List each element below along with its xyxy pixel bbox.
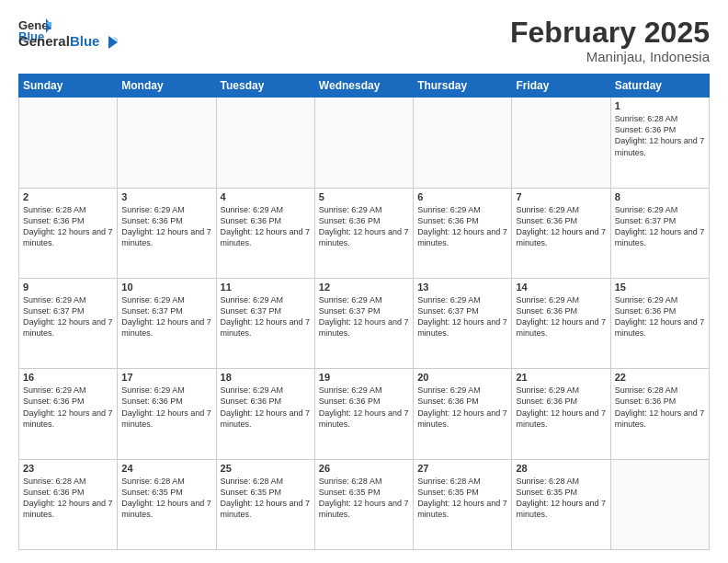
cell-details: Sunrise: 6:28 AMSunset: 6:36 PMDaylight:… [615, 113, 705, 158]
cell-details: Sunrise: 6:29 AMSunset: 6:37 PMDaylight:… [615, 204, 705, 249]
calendar-cell: 17Sunrise: 6:29 AMSunset: 6:36 PMDayligh… [118, 369, 216, 459]
calendar-cell: 15Sunrise: 6:29 AMSunset: 6:36 PMDayligh… [610, 278, 709, 368]
day-number: 21 [516, 372, 606, 383]
calendar-cell [414, 98, 512, 188]
calendar-cell: 9Sunrise: 6:29 AMSunset: 6:37 PMDaylight… [19, 278, 118, 368]
day-number: 16 [23, 372, 113, 383]
cell-details: Sunrise: 6:28 AMSunset: 6:35 PMDaylight:… [319, 476, 409, 521]
day-number: 26 [319, 463, 409, 474]
svg-marker-4 [108, 36, 118, 49]
weekday-header-row: SundayMondayTuesdayWednesdayThursdayFrid… [19, 75, 710, 98]
calendar-cell: 16Sunrise: 6:29 AMSunset: 6:36 PMDayligh… [19, 369, 118, 459]
calendar-cell: 12Sunrise: 6:29 AMSunset: 6:37 PMDayligh… [314, 278, 413, 368]
calendar-cell: 14Sunrise: 6:29 AMSunset: 6:36 PMDayligh… [512, 278, 610, 368]
title-block: February 2025 Maninjau, Indonesia [510, 17, 710, 64]
calendar-cell: 10Sunrise: 6:29 AMSunset: 6:37 PMDayligh… [118, 278, 216, 368]
week-row-3: 16Sunrise: 6:29 AMSunset: 6:36 PMDayligh… [19, 369, 710, 459]
day-number: 11 [221, 282, 311, 293]
calendar-cell: 6Sunrise: 6:29 AMSunset: 6:36 PMDaylight… [414, 188, 512, 278]
calendar-cell: 27Sunrise: 6:28 AMSunset: 6:35 PMDayligh… [414, 459, 512, 549]
cell-details: Sunrise: 6:28 AMSunset: 6:35 PMDaylight:… [121, 476, 211, 521]
logo-arrow-icon [105, 34, 121, 51]
calendar-cell: 7Sunrise: 6:29 AMSunset: 6:36 PMDaylight… [512, 188, 610, 278]
cell-details: Sunrise: 6:28 AMSunset: 6:36 PMDaylight:… [23, 204, 113, 249]
calendar-cell: 25Sunrise: 6:28 AMSunset: 6:35 PMDayligh… [216, 459, 314, 549]
cell-details: Sunrise: 6:29 AMSunset: 6:36 PMDaylight:… [319, 385, 409, 430]
cell-details: Sunrise: 6:29 AMSunset: 6:36 PMDaylight:… [417, 385, 507, 430]
calendar-cell: 4Sunrise: 6:29 AMSunset: 6:36 PMDaylight… [216, 188, 314, 278]
cell-details: Sunrise: 6:29 AMSunset: 6:36 PMDaylight:… [516, 204, 606, 249]
weekday-header-tuesday: Tuesday [216, 75, 314, 98]
logo: General Blue GeneralBlue [18, 17, 121, 51]
weekday-header-wednesday: Wednesday [314, 75, 413, 98]
cell-details: Sunrise: 6:29 AMSunset: 6:37 PMDaylight:… [221, 294, 311, 339]
day-number: 6 [417, 191, 507, 202]
weekday-header-thursday: Thursday [414, 75, 512, 98]
day-number: 17 [121, 372, 211, 383]
calendar-table: SundayMondayTuesdayWednesdayThursdayFrid… [18, 74, 710, 550]
cell-details: Sunrise: 6:29 AMSunset: 6:36 PMDaylight:… [23, 385, 113, 430]
weekday-header-sunday: Sunday [19, 75, 118, 98]
day-number: 27 [417, 463, 507, 474]
cell-details: Sunrise: 6:29 AMSunset: 6:36 PMDaylight:… [516, 294, 606, 339]
calendar-cell: 21Sunrise: 6:29 AMSunset: 6:36 PMDayligh… [512, 369, 610, 459]
calendar-cell: 13Sunrise: 6:29 AMSunset: 6:37 PMDayligh… [414, 278, 512, 368]
header: General Blue GeneralBlue February 2025 M… [18, 17, 710, 64]
logo-blue-text: Blue [70, 33, 100, 49]
week-row-4: 23Sunrise: 6:28 AMSunset: 6:36 PMDayligh… [19, 459, 710, 549]
day-number: 10 [121, 282, 211, 293]
week-row-1: 2Sunrise: 6:28 AMSunset: 6:36 PMDaylight… [19, 188, 710, 278]
day-number: 20 [417, 372, 507, 383]
cell-details: Sunrise: 6:28 AMSunset: 6:36 PMDaylight:… [23, 476, 113, 521]
weekday-header-friday: Friday [512, 75, 610, 98]
cell-details: Sunrise: 6:28 AMSunset: 6:36 PMDaylight:… [615, 385, 705, 430]
calendar-cell: 19Sunrise: 6:29 AMSunset: 6:36 PMDayligh… [314, 369, 413, 459]
cell-details: Sunrise: 6:28 AMSunset: 6:35 PMDaylight:… [221, 476, 311, 521]
calendar-cell: 2Sunrise: 6:28 AMSunset: 6:36 PMDaylight… [19, 188, 118, 278]
week-row-0: 1Sunrise: 6:28 AMSunset: 6:36 PMDaylight… [19, 98, 710, 188]
day-number: 7 [516, 191, 606, 202]
calendar-cell: 24Sunrise: 6:28 AMSunset: 6:35 PMDayligh… [118, 459, 216, 549]
cell-details: Sunrise: 6:29 AMSunset: 6:36 PMDaylight:… [121, 385, 211, 430]
calendar-cell: 3Sunrise: 6:29 AMSunset: 6:36 PMDaylight… [118, 188, 216, 278]
calendar-cell: 20Sunrise: 6:29 AMSunset: 6:36 PMDayligh… [414, 369, 512, 459]
day-number: 3 [121, 191, 211, 202]
calendar-cell: 26Sunrise: 6:28 AMSunset: 6:35 PMDayligh… [314, 459, 413, 549]
cell-details: Sunrise: 6:29 AMSunset: 6:36 PMDaylight:… [417, 204, 507, 249]
cell-details: Sunrise: 6:29 AMSunset: 6:36 PMDaylight:… [121, 204, 211, 249]
cell-details: Sunrise: 6:29 AMSunset: 6:36 PMDaylight:… [516, 385, 606, 430]
calendar-cell [314, 98, 413, 188]
day-number: 2 [23, 191, 113, 202]
day-number: 23 [23, 463, 113, 474]
calendar-cell [512, 98, 610, 188]
logo-general-text: General [18, 33, 70, 49]
calendar-subtitle: Maninjau, Indonesia [510, 49, 710, 64]
day-number: 22 [615, 372, 705, 383]
day-number: 19 [319, 372, 409, 383]
day-number: 9 [23, 282, 113, 293]
day-number: 8 [615, 191, 705, 202]
weekday-header-monday: Monday [118, 75, 216, 98]
cell-details: Sunrise: 6:29 AMSunset: 6:36 PMDaylight:… [319, 204, 409, 249]
day-number: 28 [516, 463, 606, 474]
calendar-cell [19, 98, 118, 188]
weekday-header-saturday: Saturday [610, 75, 709, 98]
day-number: 12 [319, 282, 409, 293]
day-number: 1 [615, 100, 705, 111]
day-number: 18 [221, 372, 311, 383]
cell-details: Sunrise: 6:29 AMSunset: 6:37 PMDaylight:… [23, 294, 113, 339]
calendar-cell: 28Sunrise: 6:28 AMSunset: 6:35 PMDayligh… [512, 459, 610, 549]
calendar-cell: 11Sunrise: 6:29 AMSunset: 6:37 PMDayligh… [216, 278, 314, 368]
cell-details: Sunrise: 6:29 AMSunset: 6:36 PMDaylight:… [221, 204, 311, 249]
cell-details: Sunrise: 6:29 AMSunset: 6:36 PMDaylight:… [615, 294, 705, 339]
calendar-cell: 22Sunrise: 6:28 AMSunset: 6:36 PMDayligh… [610, 369, 709, 459]
cell-details: Sunrise: 6:28 AMSunset: 6:35 PMDaylight:… [516, 476, 606, 521]
day-number: 24 [121, 463, 211, 474]
day-number: 4 [221, 191, 311, 202]
calendar-cell [216, 98, 314, 188]
day-number: 15 [615, 282, 705, 293]
day-number: 5 [319, 191, 409, 202]
cell-details: Sunrise: 6:29 AMSunset: 6:37 PMDaylight:… [121, 294, 211, 339]
calendar-title: February 2025 [510, 17, 710, 49]
cell-details: Sunrise: 6:29 AMSunset: 6:37 PMDaylight:… [319, 294, 409, 339]
